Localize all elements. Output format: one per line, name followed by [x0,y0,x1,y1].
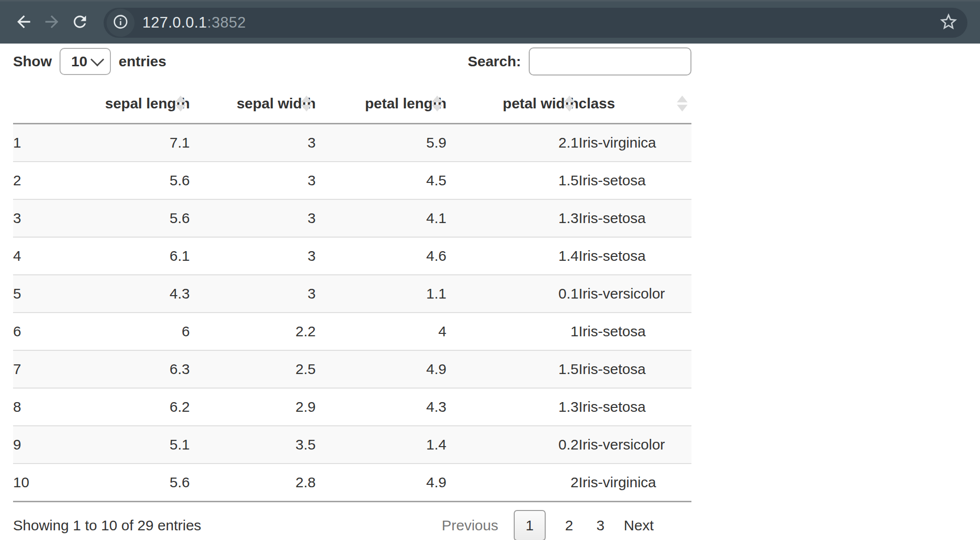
address-bar[interactable]: 127.0.0.1:3852 [104,8,967,38]
table-row: 76.32.54.91.5Iris-setosa [13,350,691,388]
table-cell: Iris-versicolor [579,426,691,464]
table-cell: 2.9 [190,388,316,426]
header-class[interactable]: class [579,84,691,124]
table-cell: 6.3 [55,350,190,388]
table-row: 35.634.11.3Iris-setosa [13,199,691,237]
search-label: Search: [468,53,521,70]
next-page-button[interactable]: Next [624,517,654,534]
table-header-row: sepal length sepal width petal length pe… [13,84,691,124]
info-icon [112,14,129,32]
header-label: class [579,95,615,111]
header-sepal-length[interactable]: sepal length [55,84,190,124]
table-cell: Iris-setosa [579,237,691,275]
forward-arrow-icon [42,12,61,33]
header-sepal-width[interactable]: sepal width [190,84,316,124]
table-cell: 1.4 [316,426,446,464]
sort-icon [175,96,186,112]
table-cell: 6.2 [55,388,190,426]
search-input[interactable] [529,47,691,75]
row-index-cell: 4 [13,237,55,275]
show-label: Show [13,53,52,70]
table-cell: 2.1 [446,124,579,162]
table-cell: 1.3 [446,388,579,426]
previous-page-button[interactable]: Previous [442,517,498,534]
table-cell: Iris-virginica [579,464,691,502]
table-cell: 4.3 [55,275,190,313]
table-cell: 2.8 [190,464,316,502]
back-button[interactable] [10,9,38,37]
site-info-button[interactable] [107,9,135,37]
page-length-value: 10 [71,53,87,70]
url-text: 127.0.0.1:3852 [142,14,246,31]
table-cell: 6.1 [55,237,190,275]
url-host: 127.0.0.1 [142,14,207,31]
table-cell: 4.9 [316,350,446,388]
table-cell: 4.3 [316,388,446,426]
table-cell: 1 [446,313,579,350]
table-cell: 7.1 [55,124,190,162]
table-cell: Iris-virginica [579,124,691,162]
page-length-control: Show 10 entries [13,48,166,75]
table-row: 17.135.92.1Iris-virginica [13,124,691,162]
table-row: 662.241Iris-setosa [13,313,691,350]
search-control: Search: [468,47,691,75]
table-cell: 5.6 [55,464,190,502]
back-arrow-icon [14,12,33,33]
table-cell: Iris-versicolor [579,275,691,313]
table-cell: 0.1 [446,275,579,313]
table-cell: Iris-setosa [579,199,691,237]
table-cell: 5.9 [316,124,446,162]
table-cell: 3 [190,237,316,275]
table-cell: Iris-setosa [579,313,691,350]
entries-label: entries [119,53,166,70]
table-cell: 2.2 [190,313,316,350]
page-content: Show 10 entries Search: sepal length [0,47,980,540]
table-row: 95.13.51.40.2Iris-versicolor [13,426,691,464]
pagination: Previous 1 2 3 Next [442,510,691,540]
bookmark-star-button[interactable] [938,12,959,34]
table-row: 86.22.94.31.3Iris-setosa [13,388,691,426]
row-index-cell: 5 [13,275,55,313]
table-body: 17.135.92.1Iris-virginica25.634.51.5Iris… [13,124,691,502]
table-cell: 3 [190,199,316,237]
table-cell: 6 [55,313,190,350]
row-index-cell: 6 [13,313,55,350]
table-cell: 1.4 [446,237,579,275]
row-index-cell: 2 [13,162,55,199]
page-button-3[interactable]: 3 [593,517,609,534]
table-cell: Iris-setosa [579,162,691,199]
header-petal-length[interactable]: petal length [316,84,446,124]
table-cell: 3 [190,124,316,162]
entries-summary: Showing 1 to 10 of 29 entries [13,517,201,534]
page-length-select[interactable]: 10 [60,48,111,75]
table-cell: 4.6 [316,237,446,275]
forward-button[interactable] [38,9,66,37]
table-row: 46.134.61.4Iris-setosa [13,237,691,275]
page-button-2[interactable]: 2 [561,517,577,534]
table-cell: 5.1 [55,426,190,464]
reload-button[interactable] [66,9,94,37]
sort-icon [301,96,312,112]
header-petal-width[interactable]: petal width [446,84,579,124]
sort-icon [564,96,575,112]
table-cell: 1.5 [446,162,579,199]
page-button-1-current[interactable]: 1 [514,510,546,540]
browser-toolbar: 127.0.0.1:3852 [0,0,980,44]
row-index-cell: 10 [13,464,55,502]
star-icon [938,25,959,33]
row-index-cell: 1 [13,124,55,162]
table-cell: 1.1 [316,275,446,313]
datatable-footer: Showing 1 to 10 of 29 entries Previous 1… [13,502,691,540]
table-cell: 4.9 [316,464,446,502]
row-index-cell: 7 [13,350,55,388]
row-index-cell: 3 [13,199,55,237]
table-cell: 2 [446,464,579,502]
table-cell: 4.5 [316,162,446,199]
table-row: 25.634.51.5Iris-setosa [13,162,691,199]
chevron-down-icon [91,52,104,66]
table-cell: 3 [190,162,316,199]
sort-icon [677,96,688,112]
table-cell: Iris-setosa [579,350,691,388]
table-cell: 5.6 [55,162,190,199]
table-cell: 3.5 [190,426,316,464]
